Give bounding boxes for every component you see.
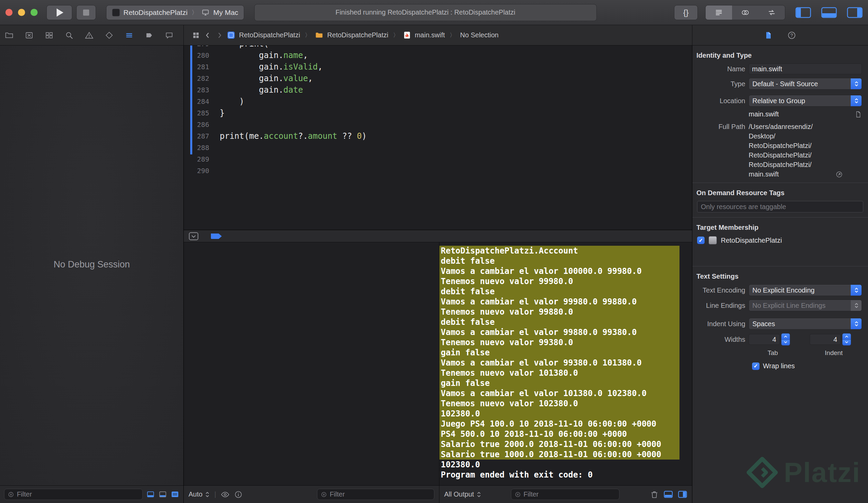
issue-navigator-icon[interactable] (85, 31, 94, 40)
project-navigator-icon[interactable] (5, 31, 13, 40)
stepper-down-icon[interactable] (843, 340, 851, 345)
console-line[interactable]: Tenemos nuevo valor 101380.0 (440, 368, 680, 378)
indent-width-stepper[interactable] (842, 333, 851, 345)
flag-filter-icon[interactable] (146, 490, 155, 499)
code-line[interactable]: 284 ) (184, 96, 692, 107)
trash-icon[interactable] (650, 490, 659, 499)
code-line[interactable]: 280 gain.name, (184, 50, 692, 61)
console-line[interactable]: Tenemos nuevo valor 99980.0 (440, 276, 680, 286)
jumpbar-item-group[interactable]: RetoDispatchePlatzi (327, 31, 388, 39)
target-checkbox[interactable]: ✓ (697, 237, 705, 244)
jumpbar-item-selection[interactable]: No Selection (460, 31, 498, 39)
console-line[interactable]: Vamos a cambiar el valor 99880.0 99380.0 (440, 327, 680, 338)
stop-button[interactable] (76, 5, 96, 20)
stepper-up-icon[interactable] (843, 334, 851, 340)
console-line[interactable]: Program ended with exit code: 0 (440, 470, 680, 480)
code-line[interactable]: 288 (184, 142, 692, 153)
code-review-button[interactable]: {} (674, 5, 698, 20)
console-line[interactable]: Salario true 2000.0 2018-11-01 06:00:00 … (440, 439, 680, 449)
close-window-button[interactable] (6, 9, 12, 16)
jumpbar-item-project[interactable]: RetoDispatchePlatzi (239, 31, 300, 39)
document-icon[interactable] (855, 111, 862, 118)
jumpbar-item-file[interactable]: main.swift (415, 31, 445, 39)
scheme-selector[interactable]: RetoDispatchePlatzi 〉 My Mac (106, 5, 244, 20)
console-line[interactable]: PS4 500.0 10 2018-11-10 06:00:00 +0000 (440, 429, 680, 439)
version-editor-button[interactable] (758, 6, 785, 20)
breakpoint-activation-icon[interactable] (210, 232, 223, 240)
breakpoint-navigator-icon[interactable] (145, 31, 154, 40)
code-line[interactable]: 282 gain.value, (184, 73, 692, 84)
info-icon[interactable] (234, 491, 242, 499)
console-line[interactable]: Juego PS4 100.0 10 2018-11-10 06:00:00 +… (440, 419, 680, 429)
goto-arrow-icon[interactable] (836, 171, 843, 178)
navigator-filter-field[interactable] (4, 489, 143, 500)
source-editor[interactable]: 279 print(280 gain.name,281 gain.isValid… (184, 46, 692, 230)
console-line[interactable]: debit false (440, 256, 680, 266)
console-line[interactable]: Vamos a cambiar el valor 101380.0 102380… (440, 388, 680, 399)
code-line[interactable]: 287print(me.account?.amount ?? 0) (184, 130, 692, 142)
stack-frames-filter-icon[interactable] (158, 490, 167, 499)
eye-icon[interactable] (221, 490, 229, 499)
navigator-filter-input[interactable] (17, 491, 139, 498)
name-input[interactable] (752, 65, 858, 73)
console-line[interactable]: gain false (440, 348, 680, 358)
code-line[interactable]: 281 gain.isValid, (184, 61, 692, 73)
standard-editor-button[interactable] (705, 6, 732, 20)
console-line[interactable]: Tenemos nuevo valor 99880.0 (440, 307, 680, 317)
forward-icon[interactable] (216, 31, 223, 39)
code-line[interactable]: 289 (184, 153, 692, 165)
console-line[interactable]: Tenemos nuevo valor 102380.0 (440, 399, 680, 409)
assistant-editor-button[interactable] (732, 6, 758, 20)
console-line[interactable]: Salario true 1000.0 2018-11-01 06:00:00 … (440, 449, 680, 460)
code-line[interactable]: 283 gain.date (184, 84, 692, 96)
code-line[interactable]: 286 (184, 119, 692, 130)
related-items-icon[interactable] (192, 31, 200, 39)
navigator-panel-toggle-icon[interactable] (795, 7, 811, 18)
code-line[interactable]: 285} (184, 107, 692, 119)
console-filter-input[interactable] (524, 491, 616, 498)
quick-help-icon[interactable]: ? (787, 31, 796, 40)
console-filter-field[interactable] (511, 489, 619, 500)
type-popup[interactable]: Default - Swift Source (749, 78, 862, 90)
wrap-lines-row[interactable]: ✓ Wrap lines (752, 362, 868, 370)
console-line[interactable]: Tenemos nuevo valor 99380.0 (440, 338, 680, 348)
console-pane-bottom-icon[interactable] (663, 491, 673, 499)
report-navigator-icon[interactable] (165, 31, 174, 40)
source-control-navigator-icon[interactable] (25, 31, 33, 40)
variables-filter-input[interactable] (330, 491, 431, 498)
console-scope-popup[interactable]: All Output (444, 491, 481, 498)
symbol-navigator-icon[interactable] (45, 31, 54, 40)
indent-using-popup[interactable]: Spaces (749, 318, 862, 330)
tab-width-field[interactable]: 4 (749, 334, 780, 345)
hide-debug-area-icon[interactable] (188, 232, 199, 241)
console-line[interactable]: debit false (440, 317, 680, 327)
code-line[interactable]: 279 print( (184, 46, 692, 50)
console-line[interactable]: Vamos a cambiar el valor 99980.0 99880.0 (440, 296, 680, 307)
console-line[interactable]: gain false (440, 378, 680, 388)
file-inspector-icon[interactable] (764, 31, 772, 40)
console-line[interactable]: Vamos a cambiar el valor 99380.0 101380.… (440, 358, 680, 368)
find-navigator-icon[interactable] (65, 31, 74, 40)
minimize-window-button[interactable] (18, 9, 25, 16)
console-view[interactable]: RetoDispatchePlatzi.Acccountdebit falseV… (440, 242, 692, 485)
console-line[interactable]: debit false (440, 286, 680, 296)
stepper-up-icon[interactable] (782, 334, 790, 340)
console-line[interactable]: Vamos a cambiar el valor 100000.0 99980.… (440, 266, 680, 276)
variables-scope-popup[interactable]: Auto (188, 491, 209, 498)
indent-width-field[interactable]: 4 (810, 334, 841, 345)
wrap-lines-checkbox[interactable]: ✓ (752, 362, 760, 370)
inspector-panel-toggle-icon[interactable] (847, 7, 862, 18)
tab-width-stepper[interactable] (781, 333, 790, 345)
debug-panel-toggle-icon[interactable] (821, 7, 837, 18)
variables-filter-field[interactable] (317, 489, 434, 500)
resource-tags-field[interactable] (697, 201, 863, 212)
back-icon[interactable] (204, 31, 211, 39)
test-navigator-icon[interactable] (105, 31, 114, 40)
debug-navigator-icon[interactable] (125, 31, 134, 40)
text-encoding-popup[interactable]: No Explicit Encoding (749, 284, 862, 296)
location-popup[interactable]: Relative to Group (749, 95, 862, 107)
code-line[interactable]: 290 (184, 165, 692, 177)
line-endings-popup[interactable]: No Explicit Line Endings (749, 300, 862, 311)
view-mode-icon[interactable] (170, 490, 179, 499)
console-line[interactable]: 102380.0 (440, 409, 680, 419)
